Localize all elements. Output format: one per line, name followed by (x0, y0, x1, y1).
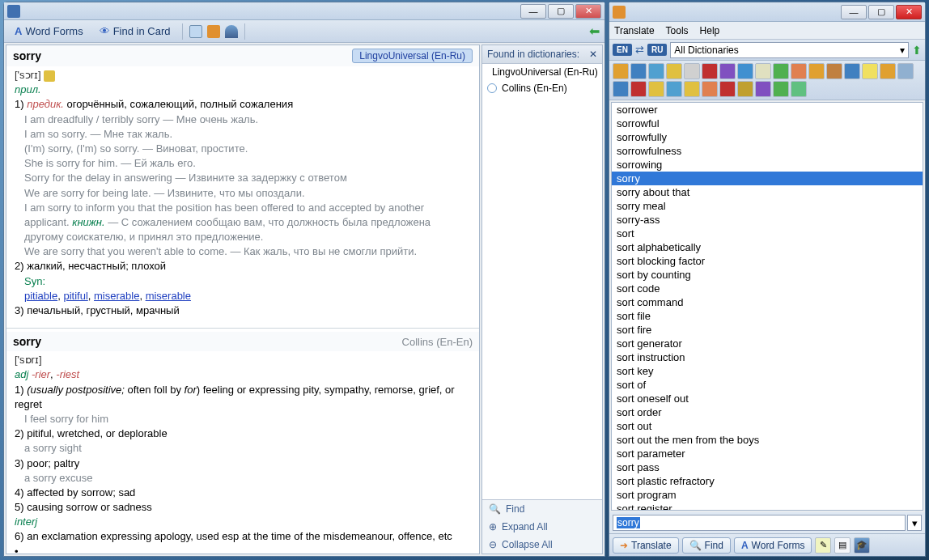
search-input[interactable]: sorry (613, 515, 906, 531)
found-dict-item[interactable]: Collins (En-En) (482, 80, 602, 96)
synonym-link[interactable]: miserable (94, 290, 139, 302)
wordlist-item[interactable]: sort alphabetically (612, 240, 923, 254)
dict-shelf-icon[interactable] (630, 63, 647, 79)
wordlist-item[interactable]: sort program (612, 488, 923, 502)
word-forms-button[interactable]: A Word Forms (734, 537, 812, 554)
wordlist-item[interactable]: sort plastic refractory (612, 474, 923, 488)
dict-shelf-icon[interactable] (826, 63, 842, 79)
dict-shelf-icon[interactable] (791, 63, 807, 79)
wordlist-item[interactable]: sort file (612, 309, 923, 323)
dict-shelf-icon[interactable] (773, 81, 789, 97)
dict-shelf-icon[interactable] (737, 81, 753, 97)
dict-shelf-icon[interactable] (808, 63, 825, 79)
dict-shelf-icon[interactable] (666, 63, 682, 79)
wordlist-item[interactable]: sort of (612, 378, 923, 392)
folder-icon[interactable] (207, 25, 220, 38)
wordlist-item[interactable]: sort generator (612, 337, 923, 350)
dict-shelf-icon[interactable] (648, 63, 664, 79)
dict-shelf-icon[interactable] (613, 63, 629, 79)
back-arrow-icon[interactable]: ⬅ (589, 23, 600, 39)
close-button[interactable]: ✕ (575, 4, 601, 19)
wordlist-item[interactable]: sorry-ass (612, 213, 923, 227)
dict-shelf-icon[interactable] (630, 81, 647, 97)
synonym-link[interactable]: pitiful (63, 290, 87, 302)
dict-shelf-icon[interactable] (791, 81, 807, 97)
synonym-link[interactable]: miserable (146, 290, 191, 302)
highlighter-icon[interactable]: ✎ (815, 537, 831, 554)
dict-shelf-icon[interactable] (755, 63, 771, 79)
dict-shelf-icon[interactable] (648, 81, 664, 97)
wordlist-item[interactable]: sort instruction (612, 350, 923, 364)
maximize-button[interactable]: ▢ (548, 4, 574, 19)
dictionary-combo[interactable]: All Dictionaries ▾ (670, 42, 909, 58)
dict-shelf-icon[interactable] (684, 63, 700, 79)
dst-lang-chip[interactable]: RU (647, 44, 667, 56)
wordlist-item[interactable]: sorrowfully (612, 130, 923, 144)
wordlist-item[interactable]: sorry about that (612, 185, 923, 199)
dict-shelf-icon[interactable] (755, 81, 771, 97)
wordlist-item[interactable]: sort fire (612, 323, 923, 337)
dict-shelf-icon[interactable] (613, 81, 629, 97)
dict-shelf-icon[interactable] (719, 81, 736, 97)
menu-tools[interactable]: Tools (666, 25, 689, 36)
close-icon[interactable]: ✕ (589, 49, 597, 60)
word-forms-button[interactable]: A Word Forms (9, 23, 89, 40)
collapse-all-action[interactable]: ⊖ Collapse All (482, 536, 602, 554)
wordlist-item[interactable]: sorrowing (612, 158, 923, 172)
wordlist-item[interactable]: sort key (612, 364, 923, 378)
close-button[interactable]: ✕ (896, 5, 922, 19)
wordlist-item[interactable]: sorry (612, 172, 923, 185)
minimize-button[interactable]: — (520, 4, 546, 19)
hat-icon[interactable] (225, 25, 238, 38)
menu-translate[interactable]: Translate (614, 25, 655, 36)
wordlist-item[interactable]: sort register (612, 502, 923, 511)
separator (182, 23, 183, 40)
dict-shelf-icon[interactable] (844, 63, 860, 79)
wordlist-item[interactable]: sort by counting (612, 268, 923, 282)
found-dict-item[interactable]: LingvoUniversal (En-Ru) (482, 64, 602, 80)
wordlist[interactable]: sorrowersorrowfulsorrowfullysorrowfulnes… (611, 102, 923, 511)
wordlist-item[interactable]: sort code (612, 282, 923, 295)
dict-shelf-icon[interactable] (897, 63, 914, 79)
dict-shelf-icon[interactable] (737, 63, 753, 79)
dict-shelf-icon[interactable] (702, 63, 718, 79)
sound-icon[interactable] (44, 70, 55, 82)
menu-help[interactable]: Help (700, 25, 720, 36)
wordlist-item[interactable]: sort out (612, 419, 923, 433)
wordlist-item[interactable]: sort command (612, 295, 923, 309)
cards-icon[interactable]: ▤ (834, 537, 851, 554)
dict-shelf-icon[interactable] (666, 81, 682, 97)
find-action[interactable]: 🔍 Find (482, 500, 602, 518)
chevron-down-icon[interactable]: ▾ (907, 515, 922, 531)
maximize-button[interactable]: ▢ (868, 5, 894, 19)
home-arrow-icon[interactable]: ⬆ (912, 44, 922, 57)
find-in-card-button[interactable]: 👁 Find in Card (94, 23, 176, 40)
wordlist-item[interactable]: sort blocking factor (612, 254, 923, 268)
wordlist-item[interactable]: sorrower (612, 103, 923, 117)
src-lang-chip[interactable]: EN (613, 44, 632, 56)
expand-all-action[interactable]: ⊕ Expand All (482, 518, 602, 536)
wordlist-item[interactable]: sorry meal (612, 199, 923, 213)
translate-button[interactable]: ➜ Translate (613, 537, 679, 554)
dict-shelf-icon[interactable] (702, 81, 718, 97)
minimize-button[interactable]: — (841, 5, 867, 19)
wordlist-item[interactable]: sort (612, 227, 923, 240)
dict-shelf-icon[interactable] (684, 81, 700, 97)
wordlist-item[interactable]: sorrowfulness (612, 144, 923, 158)
picture-icon[interactable] (189, 25, 202, 38)
wordlist-item[interactable]: sort pass (612, 460, 923, 474)
wordlist-item[interactable]: sort parameter (612, 447, 923, 460)
wordlist-item[interactable]: sorrowful (612, 117, 923, 130)
dict-shelf-icon[interactable] (862, 63, 878, 79)
wordlist-item[interactable]: sort out the men from the boys (612, 433, 923, 447)
hat-icon[interactable]: 🎓 (854, 537, 870, 554)
wordlist-item[interactable]: sort order (612, 405, 923, 419)
dict-shelf-icon[interactable] (773, 63, 789, 79)
swap-icon[interactable]: ⇄ (635, 44, 644, 56)
dict-shelf-icon[interactable] (719, 63, 736, 79)
dict-shelf-icon[interactable] (880, 63, 896, 79)
wordlist-item[interactable]: sort oneself out (612, 392, 923, 405)
find-button[interactable]: 🔍 Find (682, 537, 731, 554)
entry1-dict-badge[interactable]: LingvoUniversal (En-Ru) (352, 49, 473, 63)
synonym-link[interactable]: pitiable (24, 290, 57, 302)
